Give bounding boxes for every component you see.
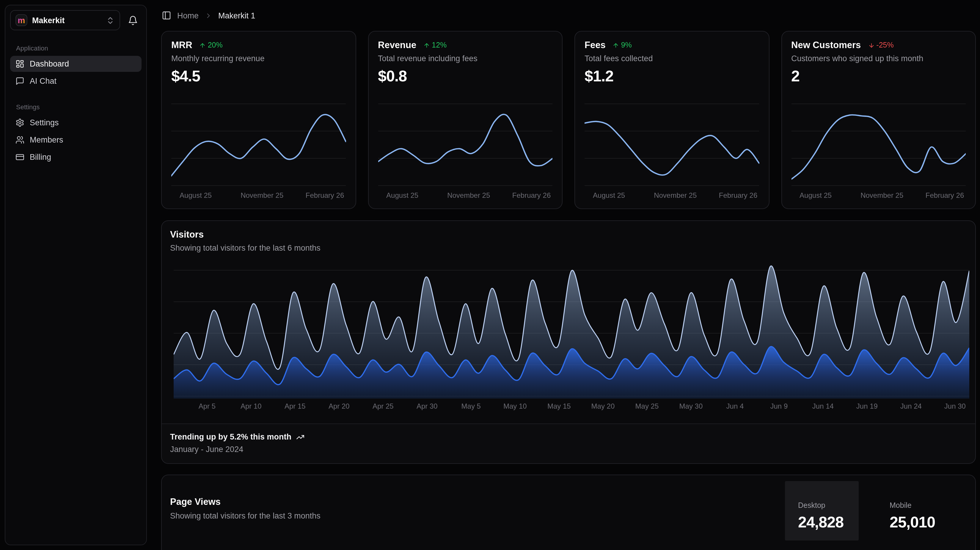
sidebar-item-settings[interactable]: Settings <box>10 115 142 131</box>
series-toggle-value: 25,010 <box>889 513 963 531</box>
sidebar-group-label: Settings <box>10 103 142 111</box>
visitors-trend-text: Trending up by 5.2% this month <box>170 433 291 441</box>
sidebar-item-label: AI Chat <box>30 77 56 86</box>
x-tick-label: August 25 <box>386 191 418 200</box>
stat-card-description: Customers who signed up this month <box>791 54 966 63</box>
series-toggle-desktop[interactable]: Desktop24,828 <box>785 481 859 540</box>
stat-change-badge: 12% <box>423 41 447 49</box>
sparkline-x-axis: August 25November 25February 26 <box>171 191 346 200</box>
x-tick-label: August 25 <box>180 191 212 200</box>
visitors-chart-canvas <box>173 262 969 399</box>
workspace-name: Makerkit <box>32 16 65 25</box>
sidebar: m Makerkit ApplicationDashboardAI ChatSe… <box>5 5 147 545</box>
visitors-subtitle: Showing total visitors for the last 6 mo… <box>170 244 975 252</box>
sparkline-x-axis: August 25November 25February 26 <box>585 191 759 200</box>
stat-card-title: MRR <box>171 40 192 51</box>
main-content: Home Makerkit 1 MRR 20% Monthly recurrin… <box>148 0 980 550</box>
mrr-sparkline-chart: August 25November 25February 26 <box>171 99 346 201</box>
revenue-sparkline-chart: August 25November 25February 26 <box>378 99 552 201</box>
x-tick-label: May 5 <box>461 402 481 411</box>
stat-card-new-customers: New Customers -25% Customers who signed … <box>781 31 976 209</box>
app-root: m Makerkit ApplicationDashboardAI ChatSe… <box>0 0 980 550</box>
page-views-subtitle: Showing total visitors for the last 3 mo… <box>170 511 321 520</box>
visitors-card-footer: Trending up by 5.2% this month January -… <box>162 423 975 463</box>
message-square-icon <box>16 77 24 86</box>
sidebar-group-label: Application <box>10 44 142 52</box>
trending-up-icon <box>296 433 304 441</box>
stat-card-description: Total revenue including fees <box>378 54 552 63</box>
x-tick-label: February 26 <box>512 191 550 200</box>
x-tick-label: May 30 <box>679 402 703 411</box>
x-tick-label: Apr 15 <box>285 402 305 411</box>
bell-icon <box>127 15 138 25</box>
stat-change-badge: -25% <box>868 41 894 49</box>
stat-card-fees: Fees 9% Total fees collected $1.2 August… <box>574 31 769 209</box>
sidebar-item-members[interactable]: Members <box>10 132 142 148</box>
stat-card-value: $0.8 <box>378 67 552 86</box>
sidebar-item-label: Dashboard <box>30 59 69 68</box>
stat-card-title: Revenue <box>378 40 416 51</box>
x-tick-label: August 25 <box>593 191 625 200</box>
series-toggle-label: Mobile <box>889 501 963 509</box>
sidebar-group-settings: SettingsSettingsMembersBilling <box>10 103 142 165</box>
x-tick-label: Apr 10 <box>240 402 262 411</box>
sidebar-nav: ApplicationDashboardAI ChatSettingsSetti… <box>10 44 142 165</box>
stat-card-value: $4.5 <box>171 67 346 86</box>
page-views-card: Page Views Showing total visitors for th… <box>161 475 976 550</box>
breadcrumb-current-page: Makerkit 1 <box>218 11 255 20</box>
sparkline-canvas <box>585 99 759 187</box>
workspace-logo: m <box>16 14 27 26</box>
x-tick-label: Apr 25 <box>372 402 394 411</box>
x-tick-label: Apr 5 <box>199 402 216 411</box>
x-tick-label: November 25 <box>654 191 697 200</box>
stat-card-header: Fees 9% <box>585 40 759 51</box>
workspace-switcher[interactable]: m Makerkit <box>10 10 120 30</box>
layout-dashboard-icon <box>16 59 24 68</box>
sidebar-item-label: Settings <box>30 118 59 127</box>
x-tick-label: Jun 30 <box>944 402 966 411</box>
x-tick-label: Apr 30 <box>417 402 438 411</box>
x-tick-label: February 26 <box>305 191 344 200</box>
x-tick-label: May 15 <box>547 402 571 411</box>
stat-card-header: MRR 20% <box>171 40 346 51</box>
stat-card-title: Fees <box>585 40 606 51</box>
sparkline-canvas <box>378 99 552 187</box>
arrow-up-icon <box>613 42 619 48</box>
visitors-x-axis: Apr 5Apr 10Apr 15Apr 20Apr 25Apr 30May 5… <box>173 399 969 412</box>
sidebar-header: m Makerkit <box>10 10 142 30</box>
x-tick-label: May 10 <box>503 402 527 411</box>
stat-card-description: Total fees collected <box>585 54 759 63</box>
x-tick-label: Jun 4 <box>726 402 744 411</box>
series-toggle-mobile[interactable]: Mobile25,010 <box>874 481 963 540</box>
visitors-period-text: January - June 2024 <box>170 445 967 454</box>
page-views-title: Page Views <box>170 496 321 507</box>
breadcrumb-home-link[interactable]: Home <box>177 11 199 20</box>
sidebar-toggle-button[interactable] <box>162 11 171 20</box>
stat-card-header: Revenue 12% <box>378 40 552 51</box>
sparkline-x-axis: August 25November 25February 26 <box>791 191 966 200</box>
sidebar-item-ai-chat[interactable]: AI Chat <box>10 73 142 89</box>
chevron-right-icon <box>205 11 212 19</box>
series-toggle-label: Desktop <box>798 501 859 509</box>
notifications-button[interactable] <box>124 11 142 29</box>
x-tick-label: February 26 <box>719 191 757 200</box>
sparkline-canvas <box>171 99 346 187</box>
users-icon <box>16 135 24 144</box>
page-views-series-toggles: Desktop24,828Mobile25,010 <box>785 481 963 550</box>
chevrons-up-down-icon <box>106 16 115 25</box>
sidebar-group-application: ApplicationDashboardAI Chat <box>10 44 142 89</box>
x-tick-label: August 25 <box>800 191 832 200</box>
sidebar-item-billing[interactable]: Billing <box>10 149 142 165</box>
stat-change-badge: 20% <box>199 41 223 49</box>
page-views-header: Page Views Showing total visitors for th… <box>162 475 321 550</box>
x-tick-label: November 25 <box>447 191 490 200</box>
sparkline-x-axis: August 25November 25February 26 <box>378 191 552 200</box>
arrow-down-icon <box>868 42 875 48</box>
x-tick-label: Jun 24 <box>900 402 922 411</box>
visitors-area-chart: Apr 5Apr 10Apr 15Apr 20Apr 25Apr 30May 5… <box>173 262 969 412</box>
x-tick-label: May 20 <box>592 402 615 411</box>
stat-cards-row: MRR 20% Monthly recurring revenue $4.5 A… <box>148 31 980 209</box>
x-tick-label: November 25 <box>861 191 903 200</box>
arrow-up-icon <box>423 42 430 48</box>
sidebar-item-dashboard[interactable]: Dashboard <box>10 56 142 72</box>
